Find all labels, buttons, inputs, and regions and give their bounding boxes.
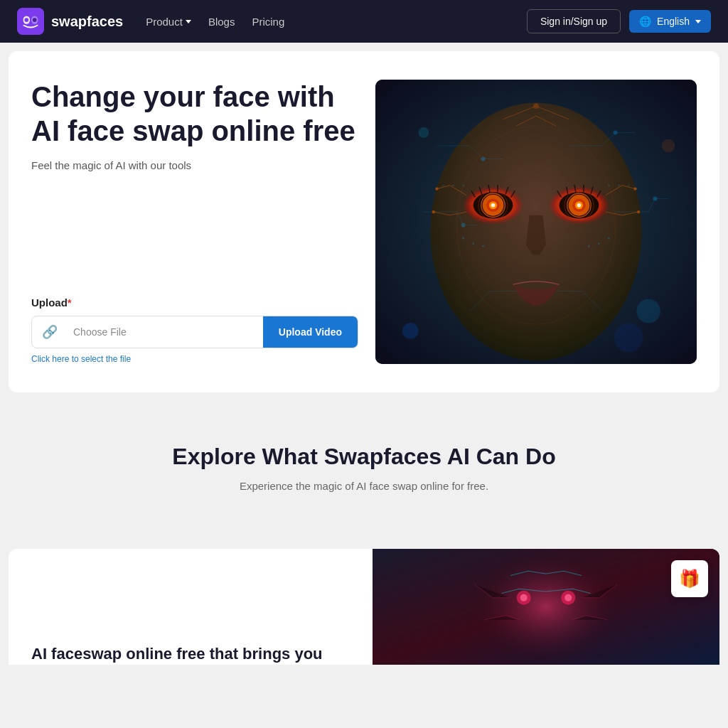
chevron-down-icon xyxy=(186,20,191,23)
svg-point-41 xyxy=(608,237,610,240)
svg-point-44 xyxy=(636,299,660,323)
upload-label: Upload* xyxy=(31,296,358,309)
gift-badge: 🎁 xyxy=(671,560,708,597)
svg-point-55 xyxy=(564,594,572,601)
nav-pricing[interactable]: Pricing xyxy=(252,16,284,28)
card-left: AI faceswap online free that brings you xyxy=(9,549,373,665)
svg-point-48 xyxy=(614,323,643,352)
svg-point-16 xyxy=(628,184,630,186)
svg-point-47 xyxy=(418,127,429,138)
hero-title: Change your face with AI face swap onlin… xyxy=(31,80,358,148)
svg-point-12 xyxy=(452,184,454,186)
nav-pricing-label: Pricing xyxy=(252,16,284,28)
svg-point-26 xyxy=(436,188,439,191)
svg-point-15 xyxy=(618,184,620,186)
cards-section: AI faceswap online free that brings you xyxy=(0,549,728,665)
card-right: 🎁 xyxy=(373,549,719,665)
svg-point-4 xyxy=(33,18,37,22)
hero-face-svg xyxy=(375,80,697,364)
svg-point-7 xyxy=(481,157,486,161)
upload-input-area[interactable]: 🔗 Choose File Upload Video xyxy=(31,316,358,348)
svg-point-42 xyxy=(598,242,600,245)
svg-point-54 xyxy=(520,594,528,601)
svg-point-9 xyxy=(461,223,466,228)
language-icon: 🌐 xyxy=(639,16,651,27)
upload-hint[interactable]: Click here to select the file xyxy=(31,354,358,364)
svg-point-11 xyxy=(442,184,444,186)
svg-point-10 xyxy=(653,197,658,201)
hero-left: Change your face with AI face swap onlin… xyxy=(31,80,358,364)
svg-point-17 xyxy=(533,103,538,108)
upload-section: Upload* 🔗 Choose File Upload Video Click… xyxy=(31,268,358,364)
hero-section: Change your face with AI face swap onlin… xyxy=(9,51,719,392)
hero-image xyxy=(375,80,697,364)
svg-rect-0 xyxy=(17,8,44,35)
card-left-title: AI faceswap online free that brings you xyxy=(31,644,350,665)
hero-subtitle: Feel the magic of AI with our tools xyxy=(31,159,358,171)
nav-product[interactable]: Product xyxy=(146,16,191,28)
svg-point-51 xyxy=(475,553,617,660)
gift-icon: 🎁 xyxy=(679,569,700,589)
svg-point-8 xyxy=(614,131,618,135)
lang-chevron-icon xyxy=(695,20,701,23)
language-button[interactable]: 🌐 English xyxy=(629,10,711,33)
navbar: swapfaces Product Blogs Pricing Sign in/… xyxy=(0,0,728,43)
hero-face-image xyxy=(375,80,697,364)
upload-video-button[interactable]: Upload Video xyxy=(263,316,358,348)
svg-point-38 xyxy=(462,237,464,240)
upload-filename: Choose File xyxy=(68,316,263,348)
svg-point-3 xyxy=(24,18,28,22)
svg-point-23 xyxy=(491,203,496,208)
sign-in-button[interactable]: Sign in/Sign up xyxy=(527,9,621,33)
link-icon: 🔗 xyxy=(32,324,68,340)
logo-text: swapfaces xyxy=(51,14,123,30)
logo-icon xyxy=(17,8,44,35)
explore-title: Explore What Swapfaces AI Can Do xyxy=(14,444,714,470)
explore-subtitle: Experience the magic of AI face swap onl… xyxy=(14,480,714,492)
svg-point-46 xyxy=(662,139,675,153)
svg-point-27 xyxy=(432,210,435,213)
nav-right: Sign in/Sign up 🌐 English xyxy=(527,9,711,33)
nav-blogs-label: Blogs xyxy=(208,16,235,28)
svg-point-40 xyxy=(482,245,484,247)
nav-product-label: Product xyxy=(146,16,183,28)
svg-point-37 xyxy=(637,210,640,213)
svg-point-36 xyxy=(634,188,637,191)
svg-point-43 xyxy=(588,245,590,247)
nav-links: Product Blogs Pricing xyxy=(146,16,504,28)
explore-section: Explore What Swapfaces AI Can Do Experie… xyxy=(0,401,728,549)
svg-point-33 xyxy=(577,203,582,208)
svg-point-39 xyxy=(472,242,474,245)
nav-blogs[interactable]: Blogs xyxy=(208,16,235,28)
language-label: English xyxy=(657,16,690,27)
svg-point-45 xyxy=(402,323,418,338)
upload-required-marker: * xyxy=(68,296,72,309)
logo-link[interactable]: swapfaces xyxy=(17,8,123,35)
card-right-image xyxy=(373,549,719,665)
